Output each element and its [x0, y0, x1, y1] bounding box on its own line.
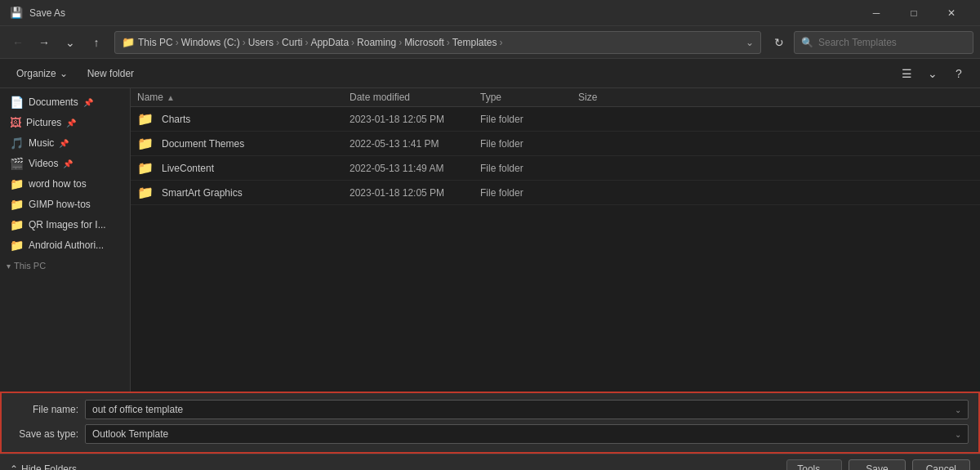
table-row[interactable]: 📁 SmartArt Graphics 2023-01-18 12:05 PM …: [131, 181, 980, 205]
file-name-label: File name:: [11, 404, 85, 415]
file-list: Name ▲ Date modified Type Size 📁 Charts …: [131, 88, 980, 392]
path-curti: Curti: [282, 37, 302, 48]
tools-button[interactable]: Tools ⌄: [786, 459, 842, 470]
sidebar-item-label: Android Authori...: [29, 239, 104, 251]
view-toggle-button[interactable]: ☰: [895, 62, 918, 85]
path-users: Users: [248, 37, 274, 48]
column-name[interactable]: Name ▲: [137, 92, 350, 103]
title-bar-left: 💾 Save As: [10, 7, 65, 20]
refresh-button[interactable]: ↻: [768, 31, 791, 54]
save-button[interactable]: Save: [849, 459, 905, 470]
close-button[interactable]: ✕: [933, 0, 970, 26]
folder-icon: 📁: [10, 198, 24, 211]
file-type-cell: File folder: [480, 114, 578, 125]
pin-icon: 📌: [66, 119, 76, 128]
window-title: Save As: [29, 7, 65, 19]
column-size[interactable]: Size: [578, 92, 644, 103]
file-type-cell: File folder: [480, 187, 578, 199]
help-button[interactable]: ?: [947, 62, 970, 85]
table-row[interactable]: 📁 Charts 2023-01-18 12:05 PM File folder: [131, 107, 980, 132]
bottom-buttons: Tools ⌄ Save Cancel: [786, 459, 970, 470]
organize-label: Organize: [16, 68, 56, 79]
folder-icon: 📁: [137, 185, 154, 200]
search-box[interactable]: 🔍: [794, 31, 973, 54]
file-list-header: Name ▲ Date modified Type Size: [131, 88, 980, 107]
folder-icon: 📁: [137, 136, 154, 151]
path-templates: Templates: [452, 37, 497, 48]
maximize-button[interactable]: □: [895, 0, 933, 26]
file-name-row: File name: out of office template ⌄: [11, 400, 969, 419]
sidebar-item-gimp-how-tos[interactable]: 📁 GIMP how-tos: [3, 195, 127, 214]
sidebar-item-documents[interactable]: 📄 Documents 📌: [3, 92, 127, 112]
new-folder-button[interactable]: New folder: [81, 65, 140, 83]
window-controls: ─ □ ✕: [858, 0, 970, 26]
up-button[interactable]: ↑: [85, 31, 108, 54]
search-input[interactable]: [818, 37, 966, 48]
table-row[interactable]: 📁 LiveContent 2022-05-13 11:49 AM File f…: [131, 156, 980, 181]
forward-button[interactable]: →: [33, 31, 56, 54]
sidebar-item-word-how-tos[interactable]: 📁 word how tos: [3, 174, 127, 194]
sidebar-item-label: QR Images for I...: [29, 219, 106, 231]
sidebar-item-pictures[interactable]: 🖼 Pictures 📌: [3, 113, 127, 132]
file-name-cell: 📁 Document Themes: [137, 136, 350, 151]
expand-icon: ▾: [7, 262, 11, 271]
search-icon: 🔍: [801, 37, 813, 48]
videos-folder-icon: 🎬: [10, 157, 24, 170]
view-dropdown-button[interactable]: ⌄: [921, 62, 944, 85]
music-folder-icon: 🎵: [10, 137, 24, 150]
save-as-type-row: Save as type: Outlook Template ⌄: [11, 424, 969, 444]
pin-icon: 📌: [83, 98, 93, 107]
save-as-type-value: Outlook Template: [92, 428, 955, 440]
file-name-dropdown-icon: ⌄: [955, 405, 961, 414]
sidebar-item-qr-images[interactable]: 📁 QR Images for I...: [3, 215, 127, 235]
save-icon: 💾: [10, 7, 23, 20]
file-date-cell: 2023-01-18 12:05 PM: [350, 187, 480, 199]
organize-button[interactable]: Organize ⌄: [10, 65, 74, 83]
action-bar-right: ☰ ⌄ ?: [895, 62, 970, 85]
sidebar-section-this-pc[interactable]: ▾ This PC: [0, 256, 130, 272]
save-as-type-dropdown-icon: ⌄: [955, 430, 961, 439]
dropdown-button[interactable]: ⌄: [59, 31, 82, 54]
new-folder-label: New folder: [87, 68, 134, 79]
sidebar-item-android-authori[interactable]: 📁 Android Authori...: [3, 235, 127, 255]
sidebar: 📄 Documents 📌 🖼 Pictures 📌 🎵 Music 📌 🎬 V…: [0, 88, 131, 392]
hide-folders-label: Hide Folders: [21, 463, 77, 470]
save-as-type-label: Save as type:: [11, 428, 85, 440]
path-windows-c: Windows (C:): [181, 37, 240, 48]
navigation-toolbar: ← → ⌄ ↑ 📁 This PC › Windows (C:) › Users…: [0, 26, 980, 59]
action-bar: Organize ⌄ New folder ☰ ⌄ ?: [0, 59, 980, 88]
organize-dropdown-icon: ⌄: [60, 68, 68, 79]
file-name-value: out of office template: [92, 404, 955, 415]
sidebar-item-music[interactable]: 🎵 Music 📌: [3, 133, 127, 153]
column-type[interactable]: Type: [480, 92, 578, 103]
save-as-type-input[interactable]: Outlook Template ⌄: [85, 424, 969, 444]
file-name-input[interactable]: out of office template ⌄: [85, 400, 969, 419]
file-name-cell: 📁 Charts: [137, 111, 350, 127]
title-bar: 💾 Save As ─ □ ✕: [0, 0, 980, 26]
file-date-cell: 2022-05-13 1:41 PM: [350, 138, 480, 150]
bottom-panel: File name: out of office template ⌄ Save…: [0, 392, 980, 454]
table-row[interactable]: 📁 Document Themes 2022-05-13 1:41 PM Fil…: [131, 132, 980, 156]
sidebar-item-label: word how tos: [29, 178, 87, 190]
folder-icon: 📁: [137, 111, 154, 127]
file-type-cell: File folder: [480, 138, 578, 150]
file-date-cell: 2023-01-18 12:05 PM: [350, 114, 480, 125]
folder-icon: 📁: [10, 218, 24, 231]
cancel-button[interactable]: Cancel: [912, 459, 970, 470]
hide-folders-toggle[interactable]: ⌃ Hide Folders: [10, 463, 77, 470]
sidebar-item-label: Documents: [29, 96, 78, 108]
path-this-pc: This PC: [138, 37, 173, 48]
minimize-button[interactable]: ─: [858, 0, 895, 26]
back-button[interactable]: ←: [7, 31, 29, 54]
folder-icon: 📁: [10, 239, 24, 252]
sidebar-item-videos[interactable]: 🎬 Videos 📌: [3, 154, 127, 173]
documents-folder-icon: 📄: [10, 96, 24, 109]
bottom-actions-bar: ⌃ Hide Folders Tools ⌄ Save Cancel: [0, 454, 980, 470]
folder-icon: 📁: [10, 177, 24, 190]
folder-icon: 📁: [137, 160, 154, 176]
address-bar[interactable]: 📁 This PC › Windows (C:) › Users › Curti…: [114, 31, 761, 54]
column-date-modified[interactable]: Date modified: [350, 92, 480, 103]
address-dropdown-icon[interactable]: ⌄: [746, 37, 754, 48]
pin-icon: 📌: [63, 159, 73, 168]
path-appdata: AppData: [310, 37, 349, 48]
